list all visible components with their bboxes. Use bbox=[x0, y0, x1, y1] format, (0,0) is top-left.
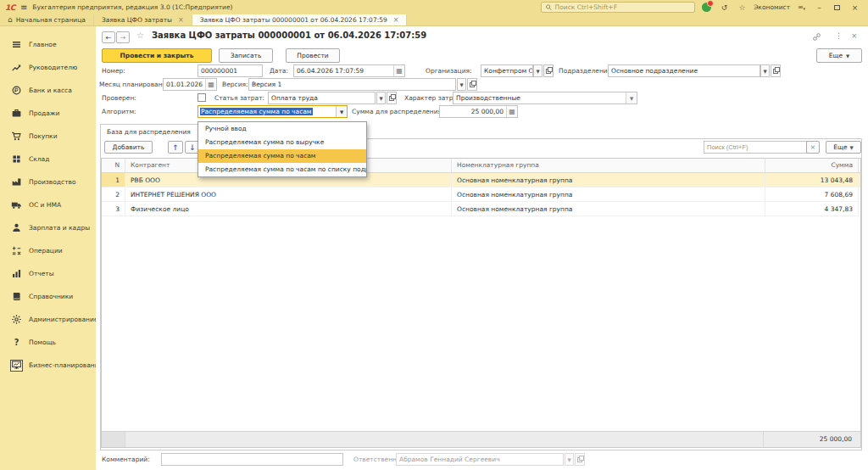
user-name: Экономист bbox=[754, 3, 790, 11]
dropdown-option-1[interactable]: Распределяемая сумма по выручке bbox=[198, 136, 366, 149]
sidebar-item-0[interactable]: Главное bbox=[0, 33, 96, 56]
grid-icon bbox=[10, 154, 23, 165]
tab-close-icon[interactable]: × bbox=[393, 17, 399, 24]
column-header-sum[interactable]: Сумма bbox=[765, 159, 859, 172]
sidebar-item-10[interactable]: Отчеты bbox=[0, 262, 96, 285]
date-field[interactable]: 06.04.2026 17:07:59 ▦ bbox=[293, 64, 405, 77]
add-row-button[interactable]: Добавить bbox=[104, 141, 153, 154]
sidebar-item-14[interactable]: Бизнес-планирование bbox=[0, 354, 96, 377]
tab-request-document[interactable]: Заявка ЦФО затраты 000000001 от 06.04.20… bbox=[192, 14, 408, 25]
notifications-icon[interactable] bbox=[700, 3, 713, 12]
cost-type-field[interactable]: Производственные ▼ bbox=[453, 92, 637, 104]
checked-checkbox[interactable] bbox=[198, 93, 206, 102]
open-button[interactable] bbox=[387, 92, 397, 104]
easel-icon bbox=[10, 360, 23, 372]
tab-request-list[interactable]: Заявка ЦФО затраты × bbox=[94, 14, 192, 25]
sidebar-item-8[interactable]: Зарплата и кадры bbox=[0, 216, 96, 239]
sidebar-item-2[interactable]: Банк и касса bbox=[0, 79, 96, 102]
global-search-input[interactable] bbox=[555, 3, 692, 11]
dropdown-option-3[interactable]: Распределяемая сумма по часам по списку … bbox=[198, 163, 366, 176]
choose-button[interactable]: ▼ bbox=[376, 92, 386, 104]
choose-button[interactable]: ▼ bbox=[565, 453, 574, 466]
truck-icon bbox=[10, 199, 23, 211]
calendar-icon[interactable]: ▦ bbox=[393, 65, 404, 76]
choose-button[interactable]: ▼ bbox=[760, 64, 770, 77]
organization-field[interactable]: Конфетпром ООО bbox=[481, 64, 533, 77]
dropdown-option-2[interactable]: Распределяемая сумма по часам bbox=[198, 149, 366, 163]
grid-search-input[interactable] bbox=[704, 141, 807, 154]
responsible-field[interactable]: Абрамов Геннадий Сергеевич bbox=[396, 453, 564, 466]
more-dots-icon[interactable]: ⋮ bbox=[835, 31, 843, 40]
chevron-down-icon[interactable]: ▼ bbox=[626, 92, 637, 104]
distribution-base-tab[interactable]: База для распределения bbox=[100, 124, 200, 139]
sidebar-item-4[interactable]: Покупки bbox=[0, 125, 96, 148]
minimize-button[interactable]: – bbox=[813, 3, 826, 13]
tab-home[interactable]: ⌂ Начальная страница bbox=[0, 14, 94, 25]
open-button[interactable] bbox=[771, 64, 781, 77]
back-button[interactable]: ← bbox=[102, 31, 115, 43]
sidebar-item-11[interactable]: Справочники bbox=[0, 285, 96, 308]
sidebar-item-5[interactable]: Склад bbox=[0, 148, 96, 171]
restore-button[interactable] bbox=[831, 3, 843, 13]
post-button[interactable]: Провести bbox=[286, 48, 340, 63]
department-label: Подразделение: bbox=[559, 64, 614, 77]
sidebar-item-6[interactable]: Производство bbox=[0, 171, 96, 193]
clear-search-button[interactable]: × bbox=[806, 141, 820, 154]
app-title: Бухгалтерия предприятия, редакция 3.0 (1… bbox=[32, 3, 232, 11]
planning-month-field[interactable]: 01.01.2026 ▦ bbox=[163, 78, 217, 91]
forward-button[interactable]: → bbox=[116, 31, 130, 43]
sidebar-item-3[interactable]: Продажи bbox=[0, 102, 96, 125]
sidebar-item-9[interactable]: Операции bbox=[0, 239, 96, 262]
cost-item-field[interactable]: Оплата труда bbox=[268, 92, 376, 104]
dropdown-option-0[interactable]: Ручной ввод bbox=[198, 122, 366, 136]
close-window-button[interactable]: × bbox=[849, 3, 861, 13]
column-header-n[interactable]: N bbox=[102, 159, 125, 172]
number-field[interactable]: 000000001 bbox=[198, 64, 263, 77]
choose-button[interactable]: ▼ bbox=[457, 78, 466, 91]
post-and-close-button[interactable]: Провести и закрыть bbox=[102, 48, 212, 63]
tools-menu-icon[interactable]: ≡▾ bbox=[795, 3, 808, 11]
application-window: 1С ≡ Бухгалтерия предприятия, редакция 3… bbox=[0, 0, 868, 470]
search-icon bbox=[545, 3, 552, 11]
close-form-icon[interactable]: × bbox=[851, 31, 858, 40]
main-menu-icon[interactable]: ≡ bbox=[20, 3, 27, 12]
algorithm-label: Алгоритм: bbox=[102, 105, 136, 118]
open-button[interactable] bbox=[467, 78, 477, 91]
chevron-down-icon: ▼ bbox=[850, 145, 854, 150]
choose-button[interactable]: ▼ bbox=[533, 64, 542, 77]
report-icon bbox=[10, 268, 23, 280]
distribution-sum-label: Сумма для распределения: bbox=[352, 105, 444, 118]
calculator-icon[interactable]: ▦ bbox=[506, 106, 517, 117]
calendar-icon[interactable]: ▦ bbox=[205, 79, 216, 90]
history-icon[interactable]: ↺ bbox=[718, 3, 731, 12]
sidebar-item-7[interactable]: ОС и НМА bbox=[0, 193, 96, 216]
sidebar-item-13[interactable]: ?Помощь bbox=[0, 331, 96, 354]
department-field[interactable]: Основное подразделение bbox=[608, 64, 760, 77]
form-more-button[interactable]: Еще▼ bbox=[816, 48, 862, 63]
tab-close-icon[interactable]: × bbox=[178, 17, 184, 24]
open-windows-tabbar: ⌂ Начальная страница Заявка ЦФО затраты … bbox=[0, 14, 868, 26]
favorites-star-icon[interactable]: ☆ bbox=[736, 3, 748, 12]
write-button[interactable]: Записать bbox=[219, 48, 273, 63]
global-search[interactable] bbox=[541, 2, 695, 13]
number-label: Номер: bbox=[102, 64, 125, 77]
factory-icon bbox=[10, 176, 23, 188]
distribution-sum-field[interactable]: 25 000,00 ▦ bbox=[439, 105, 518, 118]
table-row-3[interactable]: 3Физическое лицоОсновная номенклатурная … bbox=[102, 202, 860, 216]
column-header-group[interactable]: Номенклатурная группа bbox=[452, 159, 765, 172]
version-field[interactable]: Версия 1 bbox=[248, 78, 456, 91]
open-button[interactable] bbox=[543, 64, 554, 77]
favorite-star-icon[interactable]: ☆ bbox=[136, 31, 144, 40]
open-button[interactable] bbox=[575, 453, 585, 466]
sidebar-item-12[interactable]: Администрирование bbox=[0, 308, 96, 331]
distribution-table: N Контрагент Номенклатурная группа Сумма… bbox=[101, 158, 861, 448]
checked-label: Проверен: bbox=[102, 92, 136, 104]
chevron-down-icon[interactable]: ▼ bbox=[336, 106, 347, 117]
comment-input[interactable] bbox=[161, 453, 343, 466]
sidebar-item-1[interactable]: Руководителю bbox=[0, 56, 96, 79]
table-row-2[interactable]: 2ИНТЕРНЕТ РЕШЕНИЯ ООООсновная номенклату… bbox=[102, 187, 860, 202]
get-link-icon[interactable] bbox=[812, 32, 821, 43]
algorithm-combobox[interactable]: Распределяемая сумма по часам ▼ bbox=[198, 105, 348, 118]
grid-more-button[interactable]: Еще▼ bbox=[826, 141, 861, 154]
move-up-button[interactable]: ↑ bbox=[168, 141, 183, 154]
